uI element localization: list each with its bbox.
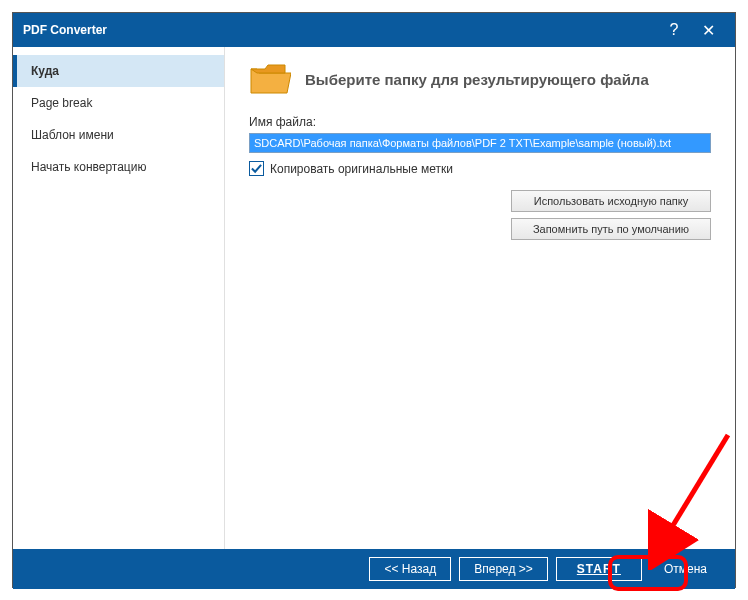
start-button[interactable]: START (556, 557, 642, 581)
copy-tags-label: Копировать оригинальные метки (270, 162, 453, 176)
folder-icon (249, 61, 291, 97)
sidebar-item-label: Шаблон имени (31, 128, 114, 142)
close-button[interactable]: ✕ (691, 13, 725, 47)
sidebar-item-label: Начать конвертацию (31, 160, 146, 174)
cancel-button[interactable]: Отмена (650, 557, 721, 581)
check-icon (251, 163, 262, 174)
checkbox-row: Копировать оригинальные метки (249, 161, 711, 176)
sidebar-item-destination[interactable]: Куда (13, 55, 224, 87)
filename-input[interactable] (249, 133, 711, 153)
main-panel: Выберите папку для результирующего файла… (225, 47, 735, 549)
use-source-folder-button[interactable]: Использовать исходную папку (511, 190, 711, 212)
remember-default-path-button[interactable]: Запомнить путь по умолчанию (511, 218, 711, 240)
back-button[interactable]: << Назад (369, 557, 451, 581)
page-header: Выберите папку для результирующего файла (249, 61, 711, 97)
sidebar-item-label: Page break (31, 96, 92, 110)
button-column: Использовать исходную папку Запомнить пу… (249, 190, 711, 240)
sidebar: Куда Page break Шаблон имени Начать конв… (13, 47, 225, 549)
sidebar-item-start-conversion[interactable]: Начать конвертацию (13, 151, 224, 183)
window: PDF Converter ? ✕ Куда Page break Шаблон… (12, 12, 736, 588)
help-button[interactable]: ? (657, 13, 691, 47)
page-heading: Выберите папку для результирующего файла (305, 71, 649, 88)
copy-tags-checkbox[interactable] (249, 161, 264, 176)
sidebar-item-label: Куда (31, 64, 59, 78)
next-button[interactable]: Вперед >> (459, 557, 548, 581)
window-title: PDF Converter (23, 23, 657, 37)
titlebar: PDF Converter ? ✕ (13, 13, 735, 47)
sidebar-item-page-break[interactable]: Page break (13, 87, 224, 119)
filename-label: Имя файла: (249, 115, 711, 129)
footer: << Назад Вперед >> START Отмена (13, 549, 735, 589)
body: Куда Page break Шаблон имени Начать конв… (13, 47, 735, 549)
sidebar-item-name-template[interactable]: Шаблон имени (13, 119, 224, 151)
